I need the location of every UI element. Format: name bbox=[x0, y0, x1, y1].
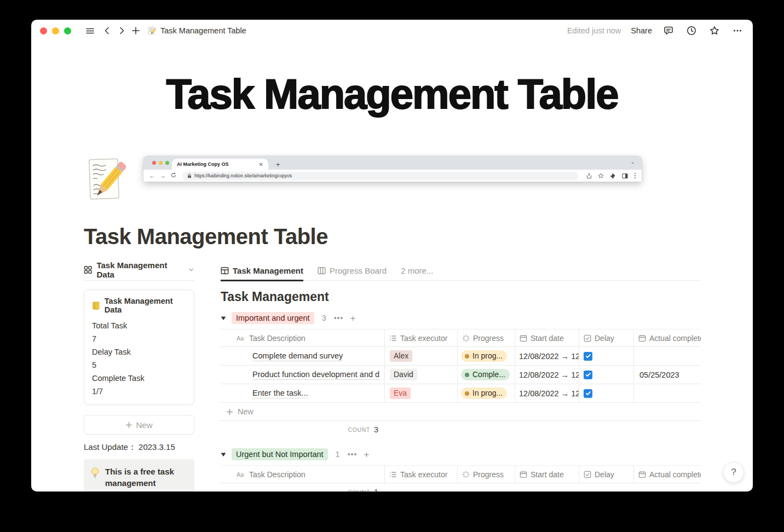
column-header-start-date[interactable]: Start date bbox=[515, 466, 579, 483]
tab-progress-board[interactable]: Progress Board bbox=[318, 266, 387, 280]
group-add-button[interactable]: + bbox=[350, 314, 355, 323]
new-row-button[interactable]: New bbox=[221, 403, 701, 421]
group-badge[interactable]: Urgent but Not Important bbox=[232, 448, 328, 460]
last-update: Last Update： 2023.3.15 bbox=[84, 442, 194, 453]
tab-label: 2 more... bbox=[401, 266, 433, 275]
favorite-button[interactable] bbox=[708, 24, 721, 37]
column-header-actual-complete[interactable]: Actual complete bbox=[634, 329, 701, 346]
count-row[interactable]: COUNT 1 bbox=[221, 483, 378, 491]
tabs-more[interactable]: 2 more... bbox=[401, 266, 433, 280]
executor-chip: Eva bbox=[390, 388, 411, 399]
comments-button[interactable] bbox=[662, 24, 675, 37]
calendar-icon bbox=[638, 471, 646, 478]
progress-cell[interactable]: In prog... bbox=[458, 384, 515, 402]
svg-text:Aa: Aa bbox=[237, 335, 244, 342]
stats-card[interactable]: Task Management Data Total Task 7 Delay … bbox=[84, 290, 194, 405]
delay-cell[interactable] bbox=[579, 347, 634, 365]
sidebar-menu-button[interactable] bbox=[83, 24, 97, 38]
progress-cell[interactable]: Comple... bbox=[458, 366, 515, 384]
executor-chip: David bbox=[390, 369, 417, 380]
browser-url: https://kaibinding.notion.site/aimarketi… bbox=[194, 173, 292, 178]
actual-complete-cell[interactable] bbox=[634, 347, 701, 365]
browser-toolbar: ← → https://kaibinding.notion.site/aimar… bbox=[143, 170, 642, 182]
column-header-executor[interactable]: Task executor bbox=[385, 329, 458, 346]
column-header-executor[interactable]: Task executor bbox=[385, 466, 458, 483]
more-button[interactable] bbox=[731, 24, 744, 37]
column-header-actual-complete[interactable]: Actual complete bbox=[634, 466, 701, 483]
task-table: Aa Task Description Task executor Progre… bbox=[221, 329, 701, 438]
stat-label: Complete Task bbox=[92, 372, 186, 385]
collapse-toggle[interactable] bbox=[221, 452, 226, 457]
right-column: Task Management Progress Board 2 more...… bbox=[221, 264, 701, 491]
column-header-delay[interactable]: Delay bbox=[579, 329, 634, 346]
calendar-icon bbox=[520, 471, 527, 478]
new-item-button[interactable]: New bbox=[84, 415, 194, 435]
column-header-progress[interactable]: Progress bbox=[458, 329, 515, 346]
table-row[interactable]: Complete demand survey Alex In prog... 1… bbox=[221, 347, 701, 366]
group-header: Important and urgent 3 ••• + bbox=[221, 311, 701, 325]
progress-cell[interactable]: In prog... bbox=[458, 347, 515, 365]
help-button[interactable]: ? bbox=[723, 462, 744, 483]
delay-cell[interactable] bbox=[579, 384, 634, 402]
forward-button[interactable] bbox=[114, 24, 129, 38]
status-dot bbox=[465, 391, 469, 396]
view-selector[interactable]: Task Management Data bbox=[84, 264, 194, 281]
tab-task-management[interactable]: Task Management bbox=[221, 266, 303, 280]
check-icon bbox=[585, 391, 591, 396]
start-date-cell[interactable]: 12/08/2022 → 12 bbox=[515, 366, 579, 384]
task-description-cell[interactable]: Product function development and d bbox=[221, 366, 385, 384]
task-executor-cell[interactable]: Alex bbox=[385, 347, 458, 365]
page-icon-memo[interactable] bbox=[88, 158, 126, 204]
column-header-description[interactable]: Aa Task Description bbox=[221, 466, 385, 483]
group-count: 1 bbox=[336, 450, 340, 459]
task-executor-cell[interactable]: David bbox=[385, 366, 458, 384]
updates-button[interactable] bbox=[685, 24, 698, 37]
back-button[interactable] bbox=[100, 24, 114, 38]
column-header-start-date[interactable]: Start date bbox=[515, 329, 579, 346]
count-row[interactable]: COUNT 3 bbox=[221, 421, 378, 438]
delay-checkbox-checked[interactable] bbox=[584, 352, 592, 361]
group-more-button[interactable]: ••• bbox=[334, 314, 344, 322]
share-button[interactable]: Share bbox=[631, 26, 652, 35]
page-cover: Task Management Table AI Marketing Copy … bbox=[31, 42, 753, 182]
actual-complete-cell[interactable] bbox=[634, 384, 701, 402]
check-icon bbox=[585, 372, 591, 377]
count-label: COUNT bbox=[348, 426, 370, 433]
checkbox-icon bbox=[584, 334, 591, 342]
ellipsis-icon bbox=[732, 25, 743, 36]
minimize-window-button[interactable] bbox=[52, 27, 59, 34]
group-badge[interactable]: Important and urgent bbox=[232, 312, 314, 324]
delay-checkbox-checked[interactable] bbox=[584, 389, 592, 398]
bulb-icon bbox=[90, 467, 100, 479]
dots-vertical-icon bbox=[634, 172, 636, 179]
comment-icon bbox=[663, 25, 674, 36]
stats-card-title: Task Management Data bbox=[105, 297, 186, 314]
column-header-delay[interactable]: Delay bbox=[579, 466, 634, 483]
close-window-button[interactable] bbox=[40, 27, 47, 34]
group-add-button[interactable]: + bbox=[364, 450, 369, 459]
column-header-progress[interactable]: Progress bbox=[458, 466, 515, 483]
start-date-cell[interactable]: 12/08/2022 → 12 bbox=[515, 384, 579, 402]
zoom-window-button[interactable] bbox=[64, 27, 71, 34]
column-header-description[interactable]: Aa Task Description bbox=[221, 329, 385, 346]
start-date-cell[interactable]: 12/08/2022 → 12 bbox=[515, 347, 579, 365]
table-row[interactable]: Product function development and d David… bbox=[221, 366, 701, 384]
task-description-cell[interactable]: Complete demand survey bbox=[221, 347, 385, 365]
table-row[interactable]: Enter the task... Eva In prog... 12/08/2… bbox=[221, 384, 701, 403]
task-description-cell[interactable]: Enter the task... bbox=[221, 384, 385, 402]
sidebar-icon bbox=[622, 173, 628, 179]
task-table: Aa Task Description Task executor Progre… bbox=[221, 465, 701, 491]
group-more-button[interactable]: ••• bbox=[348, 450, 358, 459]
browser-tab-title: AI Marketing Copy OS bbox=[177, 161, 229, 167]
page-body: Task Management Table Task Management Da… bbox=[31, 182, 701, 491]
document-tab[interactable]: Task Management Table bbox=[147, 26, 246, 36]
browser-tab: AI Marketing Copy OS ✕ bbox=[172, 159, 268, 170]
plus-icon bbox=[226, 408, 233, 415]
task-executor-cell[interactable]: Eva bbox=[385, 384, 458, 402]
delay-checkbox-checked[interactable] bbox=[584, 371, 592, 379]
actual-complete-cell[interactable]: 05/25/2023 bbox=[634, 366, 701, 384]
collapse-toggle[interactable] bbox=[221, 316, 226, 321]
delay-cell[interactable] bbox=[579, 366, 634, 384]
new-page-button[interactable] bbox=[129, 24, 143, 38]
browser-url-bar: https://kaibinding.notion.site/aimarketi… bbox=[182, 172, 578, 180]
